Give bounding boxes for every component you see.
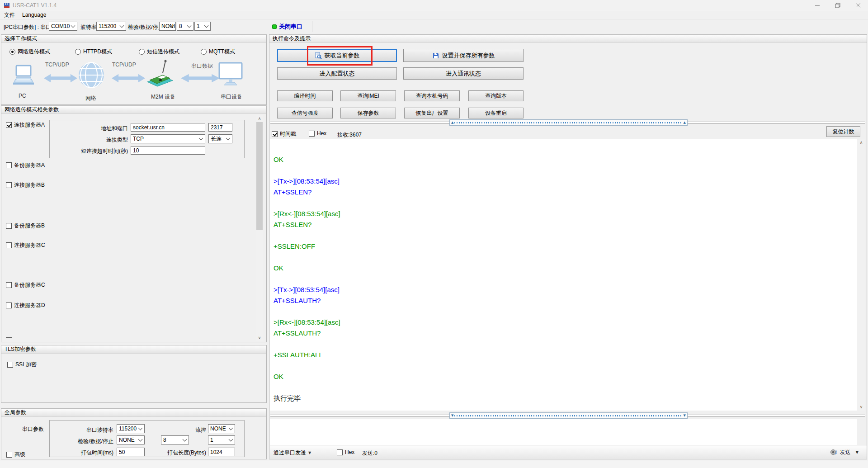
- send-button[interactable]: 发送 ▼: [830, 449, 859, 456]
- scroll-down-icon[interactable]: ∨: [857, 403, 865, 411]
- g-flow-label: 流控: [181, 426, 206, 434]
- g-parity-select[interactable]: NONE: [117, 435, 145, 444]
- log-line: +SSLEN:OFF: [274, 241, 857, 252]
- restore-button[interactable]: [827, 0, 848, 11]
- node-serial-device-label: 串口设备: [221, 93, 242, 101]
- menu-file[interactable]: 文件: [4, 11, 15, 19]
- radio-icon: [75, 49, 81, 55]
- workmode-title: 选择工作模式: [1, 35, 266, 43]
- checkbox-recv-hex[interactable]: Hex: [309, 130, 326, 137]
- log-scrollbar[interactable]: ∧ ∨: [857, 139, 865, 411]
- send-input-area[interactable]: [270, 419, 857, 445]
- checkbox-label: 连接服务器C: [14, 241, 45, 249]
- send-bar: 通过串口发送 ▼ Hex 发送:0 发送 ▼: [270, 445, 867, 459]
- reset-count-button[interactable]: 复位计数: [826, 126, 860, 137]
- laptop-icon: [11, 65, 36, 90]
- checkbox-backup-server-a[interactable]: 备份服务器A: [6, 161, 45, 169]
- device-restart-button[interactable]: 设备重启: [468, 108, 524, 118]
- close-button[interactable]: [848, 0, 868, 11]
- factory-reset-button[interactable]: 恢复出厂设置: [404, 108, 460, 118]
- close-serial-button[interactable]: 关闭串口: [272, 23, 302, 31]
- slider-arrow-icon: ▲: [684, 121, 686, 124]
- com-port-select[interactable]: COM10: [49, 22, 77, 31]
- conn-type-select[interactable]: TCP: [131, 134, 205, 143]
- checkbox-backup-server-c[interactable]: 备份服务器C: [6, 281, 45, 289]
- enter-config-state-button[interactable]: 进入配置状态: [277, 67, 397, 80]
- global-params-title: 全局参数: [1, 409, 266, 417]
- net-params-groupbox: 网络透传模式相关参数 连接服务器A 地址和端口 socket.usr.cn 23…: [1, 105, 267, 342]
- bottom-splitter-slider[interactable]: ▼ ▼: [449, 412, 688, 419]
- pack-time-label: 打包时间(ms): [50, 449, 113, 457]
- send-via-serial-dropdown[interactable]: 通过串口发送 ▼: [274, 449, 311, 457]
- server-address-input[interactable]: socket.usr.cn: [131, 123, 205, 132]
- checkbox-send-hex[interactable]: Hex: [337, 449, 354, 455]
- command-panel-title: 执行命令及提示: [269, 35, 867, 43]
- log-line: >[Tx->][08:53:54][asc]: [274, 176, 857, 187]
- baud-select[interactable]: 115200: [96, 22, 126, 31]
- log-line: [274, 306, 857, 317]
- query-version-button[interactable]: 查询版本: [468, 90, 524, 101]
- scrollbar-thumb[interactable]: [256, 122, 263, 230]
- arrow-pc-network: [43, 73, 78, 85]
- conn-mode-select[interactable]: 长连: [208, 134, 232, 143]
- conn-type-label: 连接类型: [50, 136, 128, 144]
- minimize-button[interactable]: [807, 0, 827, 11]
- arrow-network-m2m: [111, 73, 146, 85]
- g-flow-select[interactable]: NONE: [208, 424, 235, 433]
- radio-httpd-mode[interactable]: HTTPD模式: [75, 48, 112, 56]
- checkbox-backup-server-b[interactable]: 备份服务器B: [6, 222, 45, 230]
- checkbox-label: 高级: [14, 451, 25, 459]
- stopbits-select[interactable]: 1: [194, 22, 211, 31]
- g-stopbits-select[interactable]: 1: [208, 435, 235, 444]
- checkbox-label: 备份服务器A: [14, 161, 45, 169]
- checkbox-advanced[interactable]: 高级: [6, 451, 25, 459]
- checkbox-timestamp[interactable]: 时间戳: [272, 130, 296, 138]
- network-globe-icon: [78, 61, 105, 90]
- checkbox-icon: [6, 282, 12, 288]
- pack-len-label: 打包长度(Bytes): [161, 449, 206, 457]
- save-params-button[interactable]: 保存参数: [340, 108, 396, 118]
- addr-port-label: 地址和端口: [50, 125, 128, 132]
- query-signal-button[interactable]: 查信号强度: [277, 108, 333, 118]
- pack-time-input[interactable]: 50: [117, 448, 145, 456]
- pack-len-input[interactable]: 1024: [208, 448, 235, 456]
- enter-comm-state-button[interactable]: 进入通讯状态: [403, 67, 524, 80]
- databits-select[interactable]: 8: [177, 22, 193, 31]
- compile-time-button[interactable]: 编译时间: [277, 90, 333, 101]
- button-label: 获取当前参数: [325, 52, 360, 60]
- top-splitter-slider[interactable]: ▲ ▲: [449, 119, 688, 126]
- parity-select[interactable]: NONI: [159, 22, 176, 31]
- scroll-down-icon[interactable]: ∨: [256, 334, 263, 341]
- get-current-params-button[interactable]: 获取当前参数: [277, 49, 397, 62]
- checkbox-label: 备份服务器C: [14, 281, 45, 289]
- checkbox-connect-server-c[interactable]: 连接服务器C: [6, 241, 45, 249]
- radio-net-transparent-mode[interactable]: 网络透传模式: [9, 48, 50, 56]
- query-imei-button[interactable]: 查询IMEI: [340, 90, 396, 101]
- timeout-input[interactable]: 10: [131, 146, 205, 155]
- checkbox-connect-server-a[interactable]: 连接服务器A: [6, 121, 45, 129]
- query-local-number-button[interactable]: 查询本机号码: [404, 90, 460, 101]
- set-save-all-params-button[interactable]: 设置并保存所有参数: [403, 49, 524, 62]
- log-line: [274, 198, 857, 208]
- checkbox-connect-server-d[interactable]: 连接服务器D: [6, 302, 45, 309]
- radio-sms-transparent-mode[interactable]: 短信透传模式: [139, 48, 179, 56]
- app-icon: [4, 2, 10, 9]
- server-port-input[interactable]: 2317: [208, 123, 232, 132]
- checkbox-ssl-encrypt[interactable]: SSL加密: [7, 361, 37, 369]
- baud-label: 波特率: [80, 24, 97, 31]
- scroll-up-icon[interactable]: ∧: [857, 139, 865, 146]
- checkbox-icon: [309, 131, 315, 137]
- radio-mqtt-mode[interactable]: MQTT模式: [201, 48, 235, 56]
- g-baud-select[interactable]: 115200: [117, 424, 145, 433]
- params-scrollbar[interactable]: ∧ ∨: [256, 115, 263, 341]
- chevron-down-icon: ▼: [308, 451, 311, 455]
- log-line: [274, 360, 857, 371]
- menu-language[interactable]: Language: [22, 12, 46, 18]
- log-line: >[Rx<-][08:53:54][asc]: [274, 317, 857, 328]
- send-button-label: 发送: [840, 449, 851, 456]
- global-params-groupbox: 全局参数 串口参数 串口波特率 115200 流控 NONE 检验/数据/停止 …: [1, 408, 267, 459]
- scroll-up-icon[interactable]: ∧: [256, 115, 263, 122]
- checkbox-connect-server-b[interactable]: 连接服务器B: [6, 181, 45, 189]
- g-databits-select[interactable]: 8: [161, 435, 189, 444]
- log-textarea[interactable]: OK >[Tx->][08:53:54][asc] AT+SSLEN? >[Rx…: [270, 139, 857, 411]
